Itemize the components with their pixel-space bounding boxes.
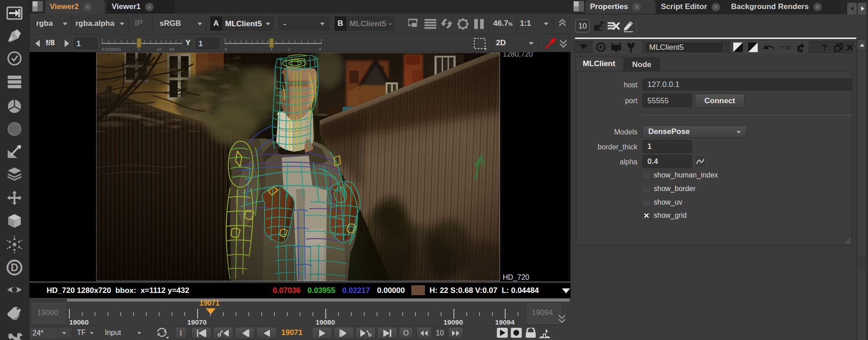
svg-text:19070: 19070 [187, 318, 207, 325]
svg-text:4: 4 [319, 47, 321, 52]
svg-text:0: 0 [225, 47, 227, 52]
svg-text:19080: 19080 [316, 318, 335, 325]
svg-text:0.0156251: 0.0156251 [102, 47, 121, 52]
svg-text:D: D [11, 262, 19, 273]
svg-text:19090: 19090 [443, 318, 463, 325]
svg-text:19060: 19060 [69, 318, 89, 325]
svg-text:?: ? [822, 43, 827, 52]
svg-text:1: 1 [270, 47, 273, 52]
svg-text:10: 10 [157, 47, 161, 52]
svg-text:64: 64 [170, 47, 174, 52]
svg-text:19094: 19094 [495, 318, 514, 325]
svg-text:2: 2 [288, 47, 290, 52]
svg-text:1: 1 [138, 47, 140, 52]
